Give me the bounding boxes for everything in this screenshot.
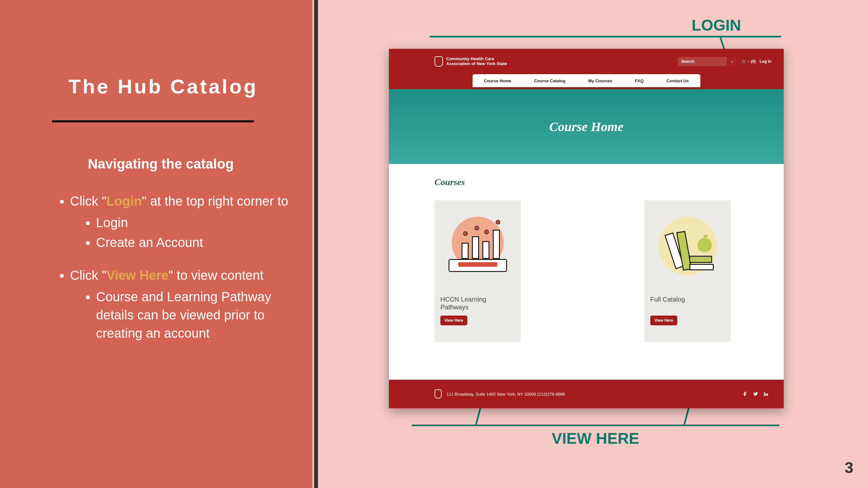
sub-1-2: Create an Account — [96, 233, 293, 252]
facebook-icon[interactable] — [742, 391, 748, 397]
instruction-panel: The Hub Catalog Navigating the catalog C… — [0, 0, 312, 488]
bullet-2: Click "View Here" to view content Course… — [70, 266, 293, 342]
card-full-catalog-view-button[interactable]: View Here — [650, 316, 677, 325]
title-underline — [52, 120, 254, 122]
card-full-catalog-title: Full Catalog — [650, 295, 725, 312]
card-hccn[interactable]: HCCN Learning Pathways View Here — [434, 200, 521, 342]
bullet-1: Click "Login" at the top right corner to… — [70, 192, 293, 252]
accent-login: Login — [106, 194, 142, 208]
bullet-2-subs: Course and Learning Pathway details can … — [96, 288, 293, 342]
cards-row: HCCN Learning Pathways View Here — [434, 200, 738, 342]
site-nav: Course Home Course Catalog My Courses FA… — [389, 74, 784, 89]
login-link[interactable]: Log In — [760, 59, 771, 64]
accent-view-here: View Here — [106, 268, 168, 282]
footer-logo-icon — [434, 389, 442, 398]
screenshot: Community Health Care Association of New… — [389, 49, 784, 408]
bullet-1-subs: Login Create an Account — [96, 214, 293, 252]
card-hccn-title: HCCN Learning Pathways — [440, 295, 515, 312]
site-header: Community Health Care Association of New… — [389, 49, 784, 74]
page-number: 3 — [844, 459, 854, 477]
footer-social — [742, 391, 769, 397]
site-body: Courses — [389, 164, 784, 349]
nav-contact-us[interactable]: Contact Us — [666, 78, 689, 83]
twitter-icon[interactable] — [752, 391, 758, 397]
card-full-catalog[interactable]: Full Catalog View Here — [644, 200, 731, 342]
card-hccn-image — [434, 200, 521, 292]
bullet-list: Click "Login" at the top right corner to… — [59, 192, 293, 357]
slide-title: The Hub Catalog — [68, 75, 258, 98]
callout-login-label: LOGIN — [691, 16, 741, 34]
nav-bar: Course Home Course Catalog My Courses FA… — [472, 74, 701, 87]
footer-address: 111 Broadway, Suite 1402 New York, NY 10… — [446, 392, 565, 397]
brand-logo-icon — [434, 56, 443, 67]
brand-text: Community Health Care Association of New… — [446, 57, 507, 66]
panel-divider — [314, 0, 318, 488]
search-go-button[interactable]: » — [729, 58, 736, 65]
chart-growth-icon — [445, 214, 510, 279]
search-input[interactable]: Search — [678, 57, 727, 66]
brand[interactable]: Community Health Care Association of New… — [434, 56, 507, 67]
site-footer: 111 Broadway, Suite 1402 New York, NY 10… — [389, 380, 784, 408]
callout-view-rule — [412, 425, 779, 426]
callout-login-rule — [430, 36, 781, 37]
card-full-catalog-image — [644, 200, 731, 292]
sub-2-1: Course and Learning Pathway details can … — [96, 288, 293, 342]
slide-subtitle: Navigating the catalog — [88, 156, 234, 172]
books-apple-icon — [655, 214, 720, 279]
courses-heading: Courses — [434, 177, 738, 187]
card-hccn-view-button[interactable]: View Here — [440, 316, 467, 325]
nav-my-courses[interactable]: My Courses — [588, 78, 612, 83]
linkedin-icon[interactable] — [763, 391, 769, 397]
sub-1-1: Login — [96, 214, 293, 232]
hero-title: Course Home — [389, 89, 784, 164]
nav-course-home[interactable]: Course Home — [484, 78, 512, 83]
nav-course-catalog[interactable]: Course Catalog — [534, 78, 565, 83]
callout-view-label: VIEW HERE — [552, 429, 639, 447]
nav-faq[interactable]: FAQ — [635, 78, 644, 83]
slide: The Hub Catalog Navigating the catalog C… — [0, 0, 868, 488]
cart-link[interactable]: 🛒 – (0) — [742, 59, 756, 64]
